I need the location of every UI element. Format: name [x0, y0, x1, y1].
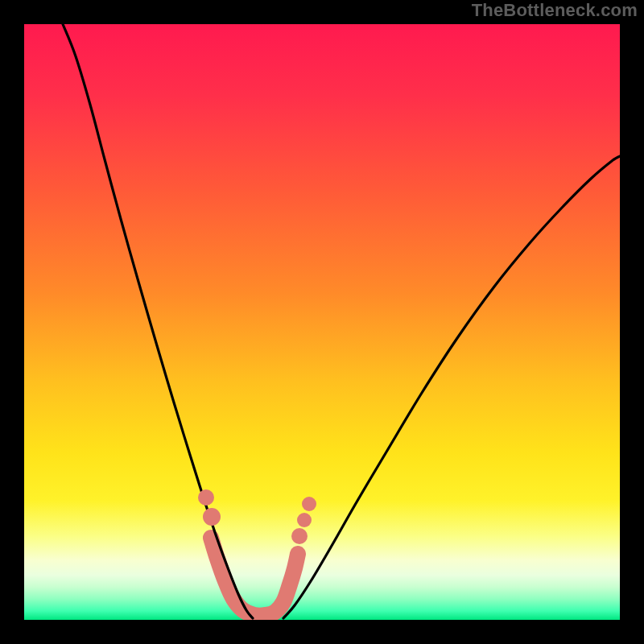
watermark-text: TheBottleneck.com	[472, 0, 638, 21]
accent_dot_R1	[291, 528, 308, 544]
gradient-background	[24, 24, 620, 620]
accent_dot_R3	[302, 497, 316, 511]
accent_dot_R2	[297, 513, 312, 527]
plot-area	[24, 24, 620, 620]
plot-svg	[24, 24, 620, 620]
accent_dot_L2	[198, 489, 214, 506]
accent_dot_L1	[203, 508, 221, 526]
chart-canvas: TheBottleneck.com	[0, 0, 644, 644]
